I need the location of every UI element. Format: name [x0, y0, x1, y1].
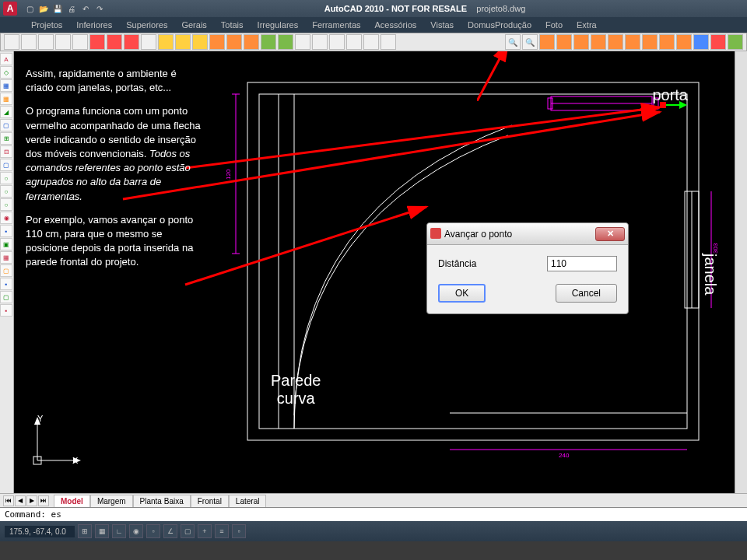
status-otrack[interactable]: ∠ [163, 524, 177, 538]
tool-red-1[interactable] [89, 34, 105, 50]
tool-4[interactable] [55, 34, 71, 50]
side-tool-14[interactable]: ▪ [0, 225, 12, 237]
undo-icon[interactable]: ↶ [79, 2, 92, 15]
tab-last[interactable]: ⏭ [38, 495, 49, 506]
tool-3[interactable] [38, 34, 54, 50]
side-tool-4[interactable]: ▦ [0, 93, 12, 105]
open-icon[interactable]: 📂 [37, 2, 50, 15]
tab-next[interactable]: ▶ [26, 495, 37, 506]
vertical-scrollbar[interactable] [735, 51, 747, 493]
menu-acessorios[interactable]: Acessórios [375, 20, 417, 30]
tool-red-3[interactable] [124, 34, 139, 50]
redo-icon[interactable]: ↷ [93, 2, 106, 15]
tab-frontal[interactable]: Frontal [191, 495, 229, 507]
tab-model[interactable]: Model [54, 495, 90, 507]
distance-input[interactable] [547, 256, 617, 271]
tool-1[interactable] [4, 34, 19, 50]
status-qp[interactable]: ▫ [232, 524, 246, 538]
tool-18[interactable] [295, 34, 310, 50]
side-tool-13[interactable]: ◉ [0, 212, 12, 224]
menu-totais[interactable]: Totais [221, 20, 244, 30]
tool-19[interactable] [312, 34, 328, 50]
quick-access-toolbar[interactable]: ▢ 📂 💾 🖨 ↶ ↷ [23, 2, 106, 15]
tool-yellow-2[interactable] [175, 34, 191, 50]
tool-r4[interactable] [591, 34, 606, 50]
tool-r11[interactable] [710, 34, 726, 50]
tool-9[interactable] [141, 34, 156, 50]
tab-first[interactable]: ⏮ [3, 495, 14, 506]
tool-21[interactable] [346, 34, 362, 50]
menu-irregulares[interactable]: Irregulares [258, 20, 299, 30]
side-tool-9[interactable]: ▢ [0, 159, 12, 171]
side-tool-6[interactable]: ▢ [0, 119, 12, 131]
menu-foto[interactable]: Foto [545, 20, 563, 30]
status-dyn[interactable]: + [198, 524, 212, 538]
tool-zoom2[interactable]: 🔍 [522, 34, 538, 50]
side-tool-8[interactable]: ⊟ [0, 145, 12, 158]
tool-yellow-1[interactable] [158, 34, 174, 50]
tool-green-2[interactable] [278, 34, 293, 50]
menu-gerais[interactable]: Gerais [181, 20, 206, 30]
menu-domusproducao[interactable]: DomusProdução [468, 20, 531, 30]
drawing-canvas[interactable]: 120 303 240 Assim, rapidamente o ambient… [14, 51, 735, 493]
side-tool-18[interactable]: ▪ [0, 278, 12, 290]
tool-green-1[interactable] [261, 34, 276, 50]
tool-red-2[interactable] [107, 34, 122, 50]
tool-orange-3[interactable] [244, 34, 259, 50]
side-tool-3[interactable]: ▦ [0, 79, 12, 92]
side-tool-17[interactable]: ▢ [0, 264, 12, 277]
tab-prev[interactable]: ◀ [15, 495, 26, 506]
tool-r6[interactable] [625, 34, 640, 50]
tool-r8[interactable] [659, 34, 675, 50]
tool-20[interactable] [329, 34, 345, 50]
side-tool-19[interactable]: ▢ [0, 291, 12, 303]
status-lwt[interactable]: ≡ [215, 524, 229, 538]
side-tool-12[interactable]: ○ [0, 198, 12, 211]
tool-orange-2[interactable] [226, 34, 242, 50]
status-osnap[interactable]: ▫ [146, 524, 160, 538]
tool-22[interactable] [363, 34, 379, 50]
menu-ferramentas[interactable]: Ferramentas [312, 20, 360, 30]
save-icon[interactable]: 💾 [51, 2, 64, 15]
side-tool-15[interactable]: ▣ [0, 238, 12, 250]
side-tool-16[interactable]: ▦ [0, 251, 12, 264]
tool-r12[interactable] [728, 34, 743, 50]
status-polar[interactable]: ◉ [129, 524, 143, 538]
tool-23[interactable] [381, 34, 396, 50]
side-tool-11[interactable]: ○ [0, 185, 12, 198]
tool-r10[interactable] [693, 34, 709, 50]
menu-vistas[interactable]: Vistas [430, 20, 454, 30]
side-tool-2[interactable]: ◇ [0, 66, 12, 79]
side-tool-5[interactable]: ◢ [0, 106, 12, 118]
tool-r2[interactable] [556, 34, 572, 50]
tool-r9[interactable] [676, 34, 692, 50]
ok-button[interactable]: OK [438, 284, 486, 303]
cancel-button[interactable]: Cancel [556, 284, 617, 303]
side-tool-7[interactable]: ⊞ [0, 132, 12, 145]
tab-margem[interactable]: Margem [90, 495, 133, 507]
menu-inferiores[interactable]: Inferiores [76, 20, 112, 30]
side-tool-10[interactable]: ○ [0, 172, 12, 184]
menu-superiores[interactable]: Superiores [126, 20, 167, 30]
menu-extra[interactable]: Extra [577, 20, 597, 30]
tool-r1[interactable] [539, 34, 555, 50]
side-tool-20[interactable]: ▪ [0, 304, 12, 317]
command-line[interactable]: Command: es [0, 507, 747, 521]
tool-yellow-3[interactable] [192, 34, 208, 50]
status-snap[interactable]: ⊞ [78, 524, 92, 538]
status-ducs[interactable]: ▢ [181, 524, 195, 538]
tool-r3[interactable] [573, 34, 589, 50]
tool-orange-1[interactable] [209, 34, 225, 50]
tool-2[interactable] [21, 34, 37, 50]
tool-r7[interactable] [642, 34, 658, 50]
dialog-close-button[interactable]: ✕ [595, 227, 625, 241]
tab-planta-baixa[interactable]: Planta Baixa [133, 495, 191, 507]
tool-zoom1[interactable]: 🔍 [505, 34, 521, 50]
tab-lateral[interactable]: Lateral [229, 495, 267, 507]
status-grid[interactable]: ▦ [95, 524, 109, 538]
print-icon[interactable]: 🖨 [65, 2, 78, 15]
tool-r5[interactable] [608, 34, 623, 50]
tool-5[interactable] [72, 34, 88, 50]
status-ortho[interactable]: ∟ [112, 524, 126, 538]
new-icon[interactable]: ▢ [23, 2, 36, 15]
